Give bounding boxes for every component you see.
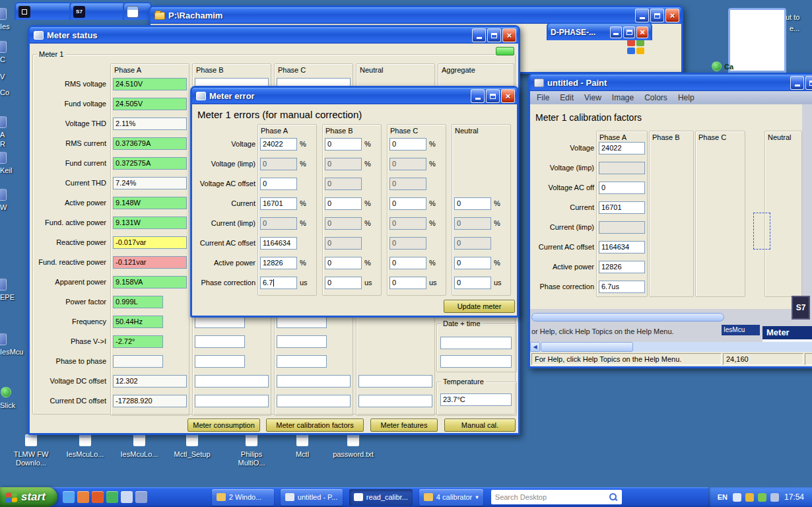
usb-icon[interactable] — [770, 493, 779, 502]
security-icon[interactable] — [745, 493, 754, 502]
error-field-voltage-limp-phase-c[interactable]: 0 — [389, 158, 426, 170]
background-window-titlebar[interactable] — [123, 2, 152, 20]
minimize-button[interactable] — [610, 26, 622, 38]
error-field-voltage-ac-offset-phase-c[interactable]: 0 — [389, 178, 426, 190]
error-field-active-power-neutral[interactable]: 0 — [454, 257, 491, 269]
error-field-phase-correction-neutral[interactable]: 0 — [454, 277, 491, 289]
desktop-icon[interactable] — [712, 61, 722, 71]
desktop-icon[interactable] — [246, 434, 257, 446]
volume-icon[interactable] — [733, 493, 741, 502]
field-phase-to-phase-phase-a[interactable] — [113, 355, 163, 368]
taskbar-button-untitled-p[interactable]: untitled - P... — [281, 489, 343, 506]
field-current-dc-offset-neutral[interactable] — [358, 395, 432, 407]
error-field-active-power-phase-b[interactable]: 0 — [325, 257, 362, 269]
desktop-icon[interactable] — [1, 387, 11, 397]
field-voltage-thd-phase-a[interactable]: 2.11% — [113, 118, 187, 130]
desktop-icon[interactable] — [0, 41, 7, 53]
error-field-voltage-phase-c[interactable]: 0 — [389, 138, 426, 151]
maximize-button[interactable] — [650, 9, 664, 22]
temperature-field[interactable]: 23.7°C — [440, 393, 512, 406]
minimize-button[interactable] — [471, 89, 485, 103]
error-field-current-limp-neutral[interactable]: 0 — [454, 217, 491, 230]
maximize-button[interactable] — [623, 26, 635, 38]
close-button[interactable]: × — [636, 26, 648, 38]
error-field-current-phase-a[interactable]: 16701 — [260, 197, 297, 210]
error-field-phase-correction-phase-c[interactable]: 0 — [389, 277, 426, 289]
media-player-icon[interactable] — [77, 491, 89, 503]
menu-colors[interactable]: Colors — [644, 93, 667, 102]
error-field-voltage-ac-offset-phase-a[interactable]: 0 — [260, 178, 297, 190]
desktop-icon[interactable] — [347, 434, 359, 446]
desktop-icon[interactable] — [0, 279, 7, 290]
show-desktop-icon[interactable] — [121, 491, 133, 503]
meter-status-titlebar[interactable]: Meter status × — [30, 27, 518, 44]
error-field-current-ac-offset-phase-c[interactable]: 0 — [389, 237, 426, 250]
menu-view[interactable]: View — [584, 93, 601, 102]
search-desktop-input[interactable]: Search Desktop — [491, 490, 622, 504]
menu-edit[interactable]: Edit — [560, 93, 574, 102]
desktop-icon[interactable] — [0, 333, 7, 345]
desktop-icon[interactable] — [0, 116, 7, 128]
search-icon[interactable] — [609, 493, 618, 502]
field-voltage-dc-offset-neutral[interactable] — [358, 375, 432, 388]
field-phase-v-i-phase-a[interactable]: -2.72° — [113, 335, 163, 348]
field-rms-current-phase-a[interactable]: 0.373679A — [113, 137, 187, 150]
error-field-active-power-phase-c[interactable]: 0 — [389, 257, 426, 269]
meter-calibration-factors-button[interactable]: Meter calibration factors — [266, 419, 364, 432]
field-current-dc-offset-phase-a[interactable]: -17288.920 — [113, 395, 187, 407]
error-field-current-limp-phase-c[interactable]: 0 — [389, 217, 426, 230]
close-button[interactable]: × — [665, 9, 679, 22]
meter-error-titlebar[interactable]: Meter error × — [192, 88, 517, 104]
error-field-current-phase-c[interactable]: 0 — [389, 197, 426, 210]
field-current-thd-phase-a[interactable]: 7.24% — [113, 177, 187, 189]
error-field-current-phase-b[interactable]: 0 — [325, 197, 362, 210]
field-current-dc-offset-phase-c[interactable] — [277, 395, 351, 407]
manual-cal-button[interactable]: Manual cal. — [444, 419, 516, 432]
taskbar-button-read-calibr[interactable]: read_calibr... — [349, 489, 413, 506]
close-button[interactable]: × — [501, 89, 515, 103]
network-icon[interactable] — [758, 493, 766, 502]
field-current-dc-offset-phase-b[interactable] — [195, 395, 269, 407]
field-phase-v-i-phase-c[interactable] — [277, 335, 327, 348]
background-window-titlebar[interactable]: S7 — [69, 2, 126, 20]
error-field-phase-correction-phase-b[interactable]: 0 — [325, 277, 362, 289]
field-fund-reactive-power-phase-a[interactable]: -0.121var — [113, 256, 187, 269]
field-fund-active-power-phase-a[interactable]: 9.131W — [113, 217, 187, 229]
minimize-button[interactable] — [635, 9, 649, 22]
update-meter-button[interactable]: Update meter — [444, 300, 515, 313]
field-active-power-phase-a[interactable]: 9.148W — [113, 197, 187, 209]
clock[interactable]: 17:54 — [784, 492, 804, 502]
field-voltage-dc-offset-phase-c[interactable] — [277, 375, 351, 388]
error-field-current-ac-offset-neutral[interactable]: 0 — [454, 237, 491, 250]
time-field[interactable] — [440, 355, 512, 368]
desktop-icon[interactable] — [296, 434, 308, 446]
field-frequency-phase-a[interactable]: 50.44Hz — [113, 316, 163, 328]
language-indicator[interactable]: EN — [718, 493, 727, 501]
maximize-button[interactable] — [487, 28, 501, 42]
minimize-button[interactable] — [790, 76, 804, 90]
menu-help[interactable]: Help — [678, 93, 694, 102]
error-field-active-power-phase-a[interactable]: 12826 — [260, 257, 297, 269]
error-field-voltage-limp-phase-b[interactable]: 0 — [325, 158, 362, 170]
maximize-button[interactable] — [805, 76, 812, 90]
error-field-phase-correction-phase-a[interactable]: 6.7 — [260, 277, 297, 289]
menu-file[interactable]: File — [537, 93, 549, 102]
app-icon[interactable] — [135, 491, 147, 503]
error-field-current-limp-phase-a[interactable]: 0 — [260, 217, 297, 230]
meter-consumption-button[interactable]: Meter consumption — [187, 419, 260, 432]
minimize-button[interactable] — [472, 28, 486, 42]
paint-titlebar[interactable]: untitled - Paint × — [530, 75, 812, 91]
taskbar-button-4-calibrator[interactable]: 4 calibrator▾ — [419, 489, 483, 506]
internet-explorer-icon[interactable] — [63, 491, 75, 503]
horizontal-scrollbar[interactable]: ◀ ▶ — [530, 342, 812, 352]
desktop-icon[interactable] — [25, 434, 37, 446]
messenger-icon[interactable] — [106, 491, 118, 503]
error-field-voltage-phase-b[interactable]: 0 — [325, 138, 362, 151]
error-field-current-ac-offset-phase-a[interactable]: 1164634 — [260, 237, 297, 250]
field-voltage-dc-offset-phase-a[interactable]: 12.302 — [113, 375, 187, 388]
desktop-icon[interactable] — [0, 189, 7, 201]
desktop-icon[interactable] — [79, 434, 91, 446]
field-apparent-power-phase-a[interactable]: 9.158VA — [113, 276, 187, 288]
error-field-current-limp-phase-b[interactable]: 0 — [325, 217, 362, 230]
scroll-left-arrow-icon[interactable]: ◀ — [530, 342, 540, 352]
